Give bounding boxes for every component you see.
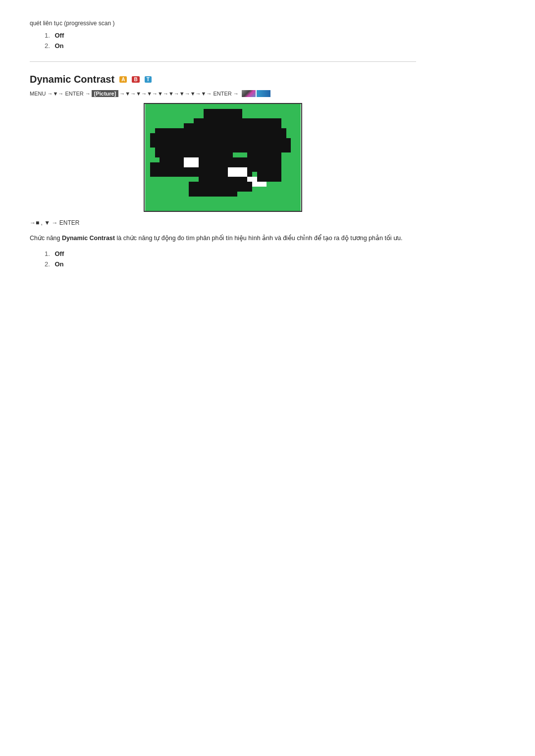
- description: Chức năng Dynamic Contrast là chức năng …: [30, 233, 416, 243]
- list-num-3: 1.: [45, 250, 50, 257]
- svg-rect-24: [184, 157, 198, 167]
- svg-rect-28: [257, 167, 281, 182]
- intro-text: quét liên tục (progressive scan ): [30, 20, 416, 27]
- list-label-off-1: Off: [54, 32, 64, 39]
- list-num-1: 1.: [45, 32, 50, 39]
- section-title-text: Dynamic Contrast: [30, 74, 114, 85]
- image-container: [30, 103, 416, 213]
- list-item-on-2: 2. On: [45, 260, 416, 268]
- color-seg-1: [242, 90, 256, 97]
- svg-rect-25: [228, 167, 247, 177]
- list-label-off-2: Off: [54, 250, 64, 257]
- list-item-off-2: 1. Off: [45, 250, 416, 257]
- desc-bold: Dynamic Contrast: [62, 235, 115, 242]
- svg-rect-9: [155, 148, 179, 157]
- svg-rect-16: [271, 138, 291, 152]
- svg-rect-18: [150, 162, 174, 177]
- list-item-on-1: 2. On: [45, 42, 416, 50]
- menu-path: MENU →▼→ ENTER → [Picture] →▼→▼→▼→▼→▼→▼→…: [30, 90, 416, 97]
- pixel-art-image: [144, 103, 302, 212]
- color-seg-2: [257, 90, 270, 97]
- list-label-on-1: On: [54, 42, 63, 50]
- list-num-2: 2.: [45, 42, 50, 50]
- svg-rect-31: [233, 182, 252, 192]
- nav-instruction: →■ , ▼ → ENTER: [30, 219, 416, 226]
- section-title: Dynamic Contrast A B T: [30, 74, 416, 85]
- badge-b: B: [132, 76, 139, 83]
- color-bar: [242, 90, 270, 97]
- desc-after: là chức năng tự động đo tìm phân phối tí…: [115, 235, 403, 242]
- list-num-4: 2.: [45, 260, 50, 268]
- badge-a: A: [119, 76, 127, 83]
- desc-before: Chức năng: [30, 235, 62, 242]
- list-item-off-1: 1. Off: [45, 32, 416, 39]
- section-divider: [30, 61, 416, 62]
- menu-highlight: [Picture]: [92, 90, 119, 97]
- badge-t: T: [145, 76, 152, 83]
- list-label-on-2: On: [54, 260, 63, 268]
